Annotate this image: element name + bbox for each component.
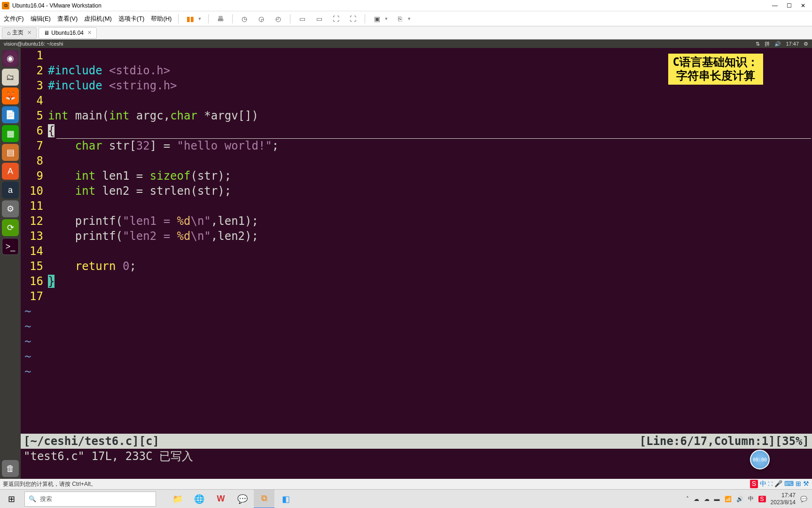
launcher-terminal[interactable]: >_: [2, 238, 19, 255]
code-line[interactable]: printf("len2 = %d\n",len2);: [48, 229, 812, 244]
line-number: 15: [21, 259, 48, 274]
view-icon-6[interactable]: ⎘: [395, 14, 405, 24]
vim-editor[interactable]: C语言基础知识： 字符串长度计算 1 2#include <stdio.h> 3…: [21, 48, 812, 479]
taskbar-wps[interactable]: W: [211, 490, 231, 508]
snapshot-icon[interactable]: 🖶: [215, 14, 226, 24]
ime-lang[interactable]: 中: [760, 480, 766, 488]
separator: [208, 14, 209, 24]
minimize-button[interactable]: —: [768, 1, 782, 10]
mic-icon[interactable]: 🎤: [774, 480, 782, 488]
menu-edit[interactable]: 编辑(E): [31, 15, 51, 23]
code-line[interactable]: [48, 153, 812, 168]
code-line[interactable]: int main(int argc,char *argv[]): [48, 108, 812, 123]
taskbar-wechat[interactable]: 💬: [232, 490, 253, 508]
tab-vm[interactable]: 🖥 Ubuntu16.04 ✕: [39, 27, 97, 39]
code-line[interactable]: [48, 93, 812, 108]
code-line[interactable]: [48, 289, 812, 304]
vim-buffer[interactable]: 1 2#include <stdio.h> 3#include <string.…: [21, 48, 812, 379]
menu-help[interactable]: 帮助(H): [151, 15, 172, 23]
line-number: 2: [21, 63, 48, 78]
tray-app-icon[interactable]: ☁: [704, 496, 710, 502]
tray-onedrive-icon[interactable]: ☁: [694, 496, 699, 502]
launcher-firefox[interactable]: 🦊: [2, 87, 19, 104]
launcher-calc[interactable]: ▦: [2, 125, 19, 142]
launcher-amazon[interactable]: a: [2, 182, 19, 198]
close-icon[interactable]: ✕: [27, 30, 31, 36]
launcher-impress[interactable]: ▤: [2, 144, 19, 161]
taskbar-explorer[interactable]: 📁: [167, 490, 188, 508]
taskbar-app[interactable]: ◧: [275, 490, 296, 508]
line-number: 13: [21, 229, 48, 244]
line-number: 16: [21, 274, 48, 289]
maximize-button[interactable]: ☐: [782, 1, 796, 10]
tray-ime[interactable]: 中: [748, 495, 754, 503]
tb-icon-1[interactable]: ◷: [239, 14, 250, 24]
launcher-trash[interactable]: 🗑: [2, 460, 19, 477]
code-line[interactable]: [48, 48, 812, 63]
code-line[interactable]: int len1 = sizeof(str);: [48, 168, 812, 183]
launcher-dash[interactable]: ◉: [2, 50, 19, 67]
pause-icon[interactable]: ▮▮: [185, 14, 195, 24]
code-line[interactable]: char str[32] = "hello world!";: [48, 138, 812, 153]
dropdown-icon[interactable]: ▼: [407, 16, 411, 21]
code-line[interactable]: #include <string.h>: [48, 78, 812, 93]
status-icon[interactable]: ⸬: [768, 480, 773, 488]
close-button[interactable]: ✕: [796, 1, 810, 10]
notifications-icon[interactable]: 💬: [800, 496, 807, 502]
view-icon-3[interactable]: ⛶: [331, 14, 341, 24]
start-button[interactable]: ⊞: [0, 490, 23, 508]
line-number: 4: [21, 93, 48, 108]
gear-icon[interactable]: ⚙: [804, 41, 808, 47]
timer-overlay: 00:00: [750, 450, 770, 469]
clock[interactable]: 17:47 2023/8/14: [771, 492, 796, 506]
code-line[interactable]: [48, 198, 812, 214]
vmware-title: Ubuntu16.04 - VMware Workstation: [12, 2, 102, 9]
launcher-settings[interactable]: ⚙: [2, 200, 19, 217]
taskbar-vmware[interactable]: ⧉: [254, 490, 274, 508]
vim-cmdline[interactable]: "test6.c" 17L, 233C 已写入: [21, 449, 812, 479]
code-line[interactable]: {: [48, 123, 812, 138]
launcher-software[interactable]: A: [2, 163, 19, 180]
launcher-update[interactable]: ⟳: [2, 219, 19, 236]
code-line[interactable]: int len2 = strlen(str);: [48, 183, 812, 198]
view-icon-4[interactable]: ⛶: [348, 14, 358, 24]
code-line[interactable]: }: [48, 274, 812, 289]
menu-tabs[interactable]: 选项卡(T): [118, 15, 145, 23]
menu-view[interactable]: 查看(V): [57, 15, 78, 23]
ime-indicator-tray[interactable]: S: [758, 496, 766, 502]
separator: [178, 14, 179, 24]
tab-home[interactable]: ⌂ 主页 ✕: [2, 27, 37, 39]
dropdown-icon[interactable]: ▼: [384, 16, 388, 21]
launcher-files[interactable]: 🗂: [2, 69, 19, 86]
keyboard-icon[interactable]: ⌨: [784, 480, 794, 488]
tray-volume-icon[interactable]: 🔊: [736, 496, 743, 502]
network-icon[interactable]: ⇅: [756, 41, 760, 47]
launcher-writer[interactable]: 📄: [2, 106, 19, 123]
code-line[interactable]: return 0;: [48, 259, 812, 274]
grid-icon[interactable]: ⊞: [796, 480, 801, 488]
tray-wifi-icon[interactable]: 📶: [725, 496, 732, 502]
tray-battery-icon[interactable]: ▬: [714, 496, 720, 502]
ubuntu-time[interactable]: 17:47: [786, 41, 799, 47]
ime-indicator[interactable]: S: [750, 480, 758, 488]
line-number: 8: [21, 153, 48, 168]
dropdown-icon[interactable]: ▼: [197, 16, 202, 21]
menu-file[interactable]: 文件(F): [4, 15, 24, 23]
menu-vm[interactable]: 虚拟机(M): [84, 15, 112, 23]
tb-icon-3[interactable]: ◴: [273, 14, 283, 24]
lang-icon[interactable]: 拼: [765, 40, 770, 48]
line-number: 6: [21, 123, 48, 138]
view-icon-1[interactable]: ▭: [297, 14, 307, 24]
tray-chevron-icon[interactable]: ˄: [686, 496, 689, 502]
code-line[interactable]: [48, 244, 812, 259]
settings-icon[interactable]: ⚒: [803, 480, 809, 488]
view-icon-5[interactable]: ▣: [372, 14, 382, 24]
code-line[interactable]: #include <stdio.h>: [48, 63, 812, 78]
tb-icon-2[interactable]: ◶: [256, 14, 266, 24]
view-icon-2[interactable]: ▭: [314, 14, 324, 24]
volume-icon[interactable]: 🔊: [774, 41, 781, 47]
code-line[interactable]: printf("len1 = %d\n",len1);: [48, 214, 812, 229]
taskbar-edge[interactable]: 🌐: [189, 490, 210, 508]
search-box[interactable]: 🔍 搜索: [24, 492, 156, 507]
close-icon[interactable]: ✕: [87, 30, 92, 36]
